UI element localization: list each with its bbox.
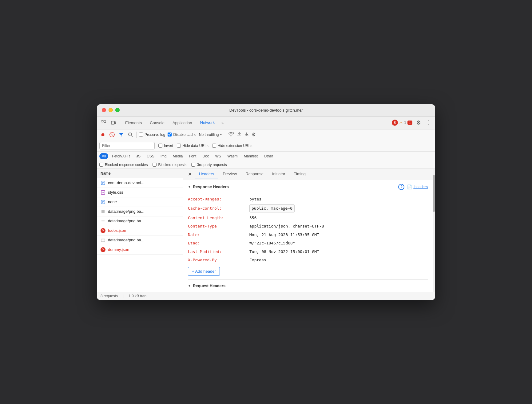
filter-media[interactable]: Media: [170, 153, 185, 159]
blocked-cookies-input[interactable]: [99, 163, 103, 167]
detail-tab-response[interactable]: Response: [242, 169, 267, 179]
close-button[interactable]: [102, 108, 106, 112]
tab-elements[interactable]: Elements: [121, 119, 145, 127]
preserve-log-input[interactable]: [139, 133, 143, 137]
filter-icon[interactable]: [118, 131, 125, 138]
tab-network[interactable]: Network: [197, 118, 219, 127]
network-settings-icon[interactable]: ⚙: [252, 132, 256, 137]
main-content: Name cors-demo-devtool...: [97, 169, 435, 292]
detail-tab-preview[interactable]: Preview: [219, 169, 240, 179]
file-item-4[interactable]: data:image/png;ba...: [97, 216, 183, 226]
minimize-button[interactable]: [109, 108, 113, 112]
third-party-checkbox[interactable]: 3rd-party requests: [191, 163, 227, 167]
headers-file-label: .headers: [413, 185, 428, 189]
file-list-header: Name: [97, 169, 183, 178]
file-item-6[interactable]: data:image/png;ba...: [97, 236, 183, 245]
header-row-cache-control: Cache-Control: public, max-age=0: [188, 204, 428, 212]
close-detail-icon[interactable]: ✕: [185, 169, 194, 180]
filter-other[interactable]: Other: [261, 153, 276, 159]
hide-data-urls-input[interactable]: [177, 144, 181, 148]
header-row-etag: Etag: W/"22c-18457c15d68": [188, 240, 428, 246]
svg-rect-0: [101, 121, 103, 122]
detail-tabs: ✕ Headers Preview Response Initiator Tim…: [183, 169, 433, 180]
file-name-7: dummy.json: [108, 247, 129, 252]
maximize-button[interactable]: [115, 108, 120, 112]
headers-file-btn[interactable]: 📄 .headers: [407, 184, 428, 189]
file-item-5[interactable]: ✕ todos.json: [97, 226, 183, 236]
detail-scrollbar[interactable]: [433, 169, 435, 292]
download-icon[interactable]: [244, 132, 249, 138]
hide-data-urls-checkbox[interactable]: Hide data URLs: [177, 144, 208, 148]
blocked-requests-checkbox[interactable]: Blocked requests: [153, 163, 186, 167]
throttle-group: No throttling ▼: [199, 133, 223, 137]
file-item-0[interactable]: cors-demo-devtool...: [97, 178, 183, 188]
header-key-accept-ranges: Accept-Ranges:: [188, 196, 249, 202]
file-item-3[interactable]: data:image/png;ba...: [97, 207, 183, 216]
tab-console[interactable]: Console: [146, 119, 168, 127]
invert-checkbox[interactable]: Invert: [158, 144, 173, 148]
device-toolbar-icon[interactable]: [109, 118, 118, 127]
invert-input[interactable]: [158, 144, 162, 148]
svg-rect-3: [115, 122, 116, 124]
tab-overflow[interactable]: »: [219, 119, 226, 126]
footer-sep: |: [123, 294, 124, 298]
header-key-x-powered-by: X-Powered-By:: [188, 257, 249, 263]
filter-all[interactable]: All: [99, 153, 108, 159]
doc-icon-0: [101, 180, 105, 185]
filter-input[interactable]: [99, 142, 155, 149]
filter-wasm[interactable]: Wasm: [225, 153, 240, 159]
help-icon[interactable]: ?: [398, 184, 404, 190]
detail-tab-initiator[interactable]: Initiator: [268, 169, 289, 179]
filter-font[interactable]: Font: [186, 153, 199, 159]
disable-cache-label: Disable cache: [173, 133, 196, 137]
headers-file-icon: 📄: [407, 184, 412, 189]
blocked-cookies-checkbox[interactable]: Blocked response cookies: [99, 163, 148, 167]
filter-ws[interactable]: WS: [213, 153, 224, 159]
disable-cache-checkbox[interactable]: Disable cache: [168, 133, 196, 137]
type-filter-bar: All Fetch/XHR JS CSS Img Media Font Doc …: [97, 152, 435, 161]
select-tool-icon[interactable]: [99, 118, 108, 127]
preserve-log-checkbox[interactable]: Preserve log: [139, 133, 165, 137]
file-item-7[interactable]: ✕ dummy.json: [97, 245, 183, 255]
clear-icon[interactable]: 🚫: [109, 131, 115, 138]
more-options-icon[interactable]: ⋮: [425, 118, 433, 127]
filter-bar: Invert Hide data URLs Hide extension URL…: [97, 140, 435, 152]
disable-cache-input[interactable]: [168, 133, 172, 137]
hide-ext-urls-input[interactable]: [212, 144, 216, 148]
info-badge[interactable]: 1: [407, 121, 412, 125]
filter-js[interactable]: JS: [134, 153, 143, 159]
blocked-requests-input[interactable]: [153, 163, 157, 167]
third-party-input[interactable]: [191, 163, 195, 167]
detail-tab-headers[interactable]: Headers: [195, 169, 218, 179]
filter-css[interactable]: CSS: [144, 153, 157, 159]
error-icon-7: ✕: [101, 247, 105, 252]
svg-text:#/: #/: [101, 192, 104, 194]
file-name-1: style.css: [108, 190, 123, 195]
hide-ext-urls-checkbox[interactable]: Hide extension URLs: [212, 144, 252, 148]
header-value-content-type: application/json; charset=UTF-8: [249, 223, 324, 229]
wifi-icon[interactable]: [228, 132, 234, 138]
filter-img[interactable]: Img: [158, 153, 169, 159]
header-value-date: Mon, 21 Aug 2023 11:53:35 GMT: [249, 232, 319, 238]
separator: [136, 132, 137, 138]
detail-tab-timing[interactable]: Timing: [290, 169, 310, 179]
svg-rect-2: [111, 121, 114, 124]
scrollbar-thumb[interactable]: [433, 175, 435, 212]
error-count-badge[interactable]: 5: [392, 120, 398, 126]
add-header-button[interactable]: + Add header: [188, 267, 220, 276]
tab-application[interactable]: Application: [169, 119, 196, 127]
file-item-1[interactable]: #/ style.css: [97, 188, 183, 197]
header-row-x-powered-by: X-Powered-By: Express: [188, 257, 428, 263]
doc-icon-2: [101, 200, 105, 204]
filter-manifest[interactable]: Manifest: [241, 153, 260, 159]
settings-icon[interactable]: ⚙: [415, 118, 422, 127]
stop-recording-icon[interactable]: ⏺: [99, 131, 106, 138]
upload-icon[interactable]: [237, 132, 242, 138]
filter-doc[interactable]: Doc: [200, 153, 211, 159]
filter-fetch-xhr[interactable]: Fetch/XHR: [109, 153, 133, 159]
throttle-dropdown-icon[interactable]: ▼: [219, 133, 222, 136]
hide-data-urls-label: Hide data URLs: [182, 144, 208, 148]
search-icon[interactable]: [127, 131, 134, 138]
file-list: Name cors-demo-devtool...: [97, 169, 183, 292]
file-item-2[interactable]: none: [97, 197, 183, 207]
